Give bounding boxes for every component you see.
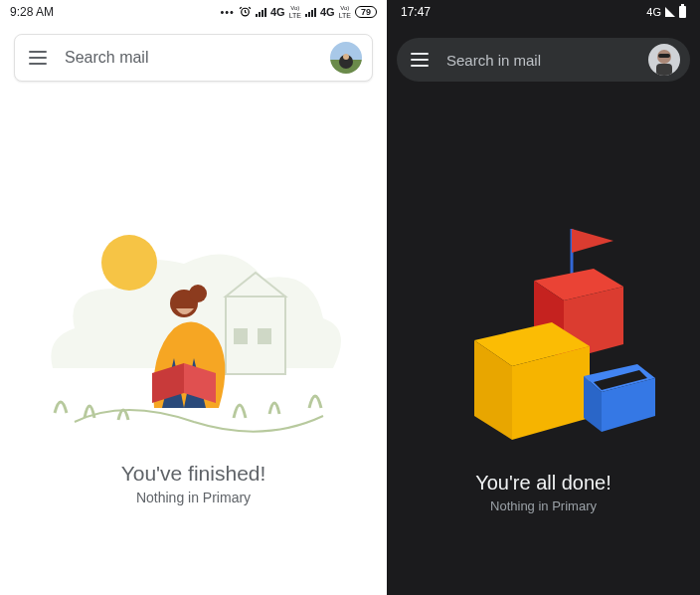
empty-headline: You're all done! (387, 472, 700, 495)
avatar[interactable] (330, 42, 362, 74)
empty-headline: You've finished! (0, 462, 387, 486)
search-bar[interactable]: Search mail (14, 34, 373, 82)
empty-state: You've finished! Nothing in Primary (0, 209, 387, 505)
status-icons: ••• 4G Vo)LTE 4G Vo)LTE 79 (220, 5, 377, 20)
menu-icon[interactable] (25, 47, 51, 69)
status-bar: 17:47 4G (387, 0, 700, 24)
battery-icon (679, 6, 686, 18)
more-dots-icon: ••• (220, 6, 235, 18)
search-placeholder[interactable]: Search mail (65, 49, 316, 67)
alarm-icon (239, 5, 252, 20)
signal-bars-icon-2 (305, 8, 316, 17)
menu-icon[interactable] (407, 49, 433, 71)
volte-label-1: Vo)LTE (289, 5, 301, 19)
search-placeholder[interactable]: Search in mail (446, 52, 634, 69)
network-label-1: 4G (270, 6, 285, 18)
svg-rect-8 (234, 328, 248, 344)
reading-illustration (35, 209, 353, 448)
signal-bars-icon (256, 8, 266, 17)
svg-rect-9 (258, 328, 271, 344)
boxes-illustration (425, 219, 663, 458)
svg-rect-4 (343, 54, 349, 60)
gmail-light-panel: 9:28 AM ••• 4G Vo)LTE 4G Vo)LTE 79 Searc… (0, 0, 387, 595)
svg-rect-16 (656, 64, 672, 76)
svg-point-11 (189, 285, 207, 302)
empty-state: You're all done! Nothing in Primary (387, 219, 700, 513)
status-bar: 9:28 AM ••• 4G Vo)LTE 4G Vo)LTE 79 (0, 0, 387, 24)
svg-rect-17 (658, 54, 670, 58)
gmail-dark-panel: 17:47 4G Search in mail (387, 0, 700, 595)
empty-subline: Nothing in Primary (0, 490, 387, 505)
battery-pill: 79 (355, 6, 377, 18)
network-label: 4G (646, 6, 661, 18)
avatar[interactable] (648, 44, 680, 76)
svg-marker-19 (572, 229, 613, 253)
search-bar[interactable]: Search in mail (397, 38, 690, 82)
status-icons: 4G (646, 6, 686, 18)
empty-subline: Nothing in Primary (387, 498, 700, 513)
network-label-2: 4G (320, 6, 335, 18)
clock: 17:47 (401, 5, 431, 19)
clock: 9:28 AM (10, 5, 54, 19)
volte-label-2: Vo)LTE (339, 5, 351, 19)
signal-triangle-icon (665, 7, 675, 17)
svg-point-5 (101, 235, 157, 291)
